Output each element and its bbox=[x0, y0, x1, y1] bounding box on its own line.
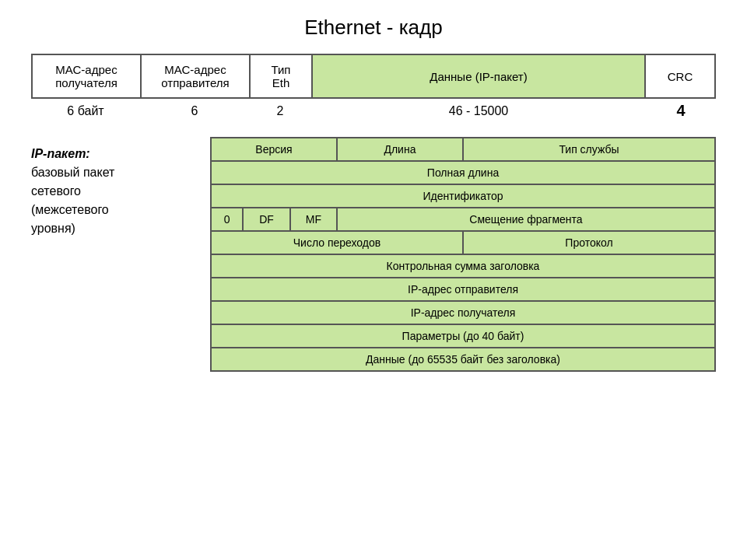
eth-cell-mac-src: МАС-адресотправителя bbox=[141, 54, 250, 98]
ip-cell-checksum: Контрольная сумма заголовка bbox=[211, 254, 715, 278]
byte-label-crc: 4 bbox=[646, 102, 716, 120]
byte-label-data: 46 - 15000 bbox=[311, 104, 646, 118]
byte-label-mac-src: 6 bbox=[140, 104, 249, 118]
ip-row-7: IP-адрес отправителя bbox=[211, 278, 715, 301]
ip-description-text: IP-пакет: базовый пакет сетевого (межсет… bbox=[31, 145, 195, 238]
ip-cell-fragment-offset: Смещение фрагмента bbox=[337, 208, 715, 231]
ip-cell-mf: MF bbox=[290, 208, 337, 231]
ip-row-9: Параметры (до 40 байт) bbox=[211, 324, 715, 348]
ip-cell-service-type: Тип службы bbox=[463, 138, 715, 161]
eth-cell-data: Данные (IP-пакет) bbox=[312, 54, 645, 98]
ethernet-frame-table: МАС-адресполучателя МАС-адресотправителя… bbox=[31, 54, 716, 99]
eth-cell-type: ТипEth bbox=[250, 54, 312, 98]
ip-row-8: IP-адрес получателя bbox=[211, 301, 715, 324]
ip-row-3: Идентификатор bbox=[211, 184, 715, 208]
ip-cell-dst-ip: IP-адрес получателя bbox=[211, 301, 715, 324]
ip-cell-src-ip: IP-адрес отправителя bbox=[211, 278, 715, 301]
byte-label-type: 2 bbox=[249, 104, 311, 118]
ip-cell-version: Версия bbox=[211, 138, 337, 161]
eth-cell-mac-dest: МАС-адресполучателя bbox=[32, 54, 141, 98]
ip-description: IP-пакет: базовый пакет сетевого (межсет… bbox=[31, 137, 195, 372]
ip-cell-total-length: Полная длина bbox=[211, 161, 715, 184]
bottom-section: IP-пакет: базовый пакет сетевого (межсет… bbox=[31, 137, 716, 372]
ip-cell-data: Данные (до 65535 байт без заголовка) bbox=[211, 348, 715, 371]
ip-row-2: Полная длина bbox=[211, 161, 715, 184]
ip-cell-length: Длина bbox=[337, 138, 463, 161]
ip-packet-table: Версия Длина Тип службы Полная длина Иде… bbox=[210, 137, 716, 372]
ip-row-10: Данные (до 65535 байт без заголовка) bbox=[211, 348, 715, 371]
ip-description-bold: IP-пакет: bbox=[31, 147, 90, 160]
page-title: Ethernet - кадр bbox=[31, 16, 716, 40]
ip-cell-options: Параметры (до 40 байт) bbox=[211, 324, 715, 348]
page-container: Ethernet - кадр МАС-адресполучателя МАС-… bbox=[0, 0, 747, 560]
eth-cell-crc: CRC bbox=[645, 54, 715, 98]
ip-row-4: 0 DF MF Смещение фрагмента bbox=[211, 208, 715, 231]
ip-cell-df: DF bbox=[243, 208, 289, 231]
ip-cell-identifier: Идентификатор bbox=[211, 184, 715, 208]
ip-cell-protocol: Протокол bbox=[463, 231, 715, 254]
byte-label-mac-dest: 6 байт bbox=[31, 104, 140, 118]
ip-cell-hop-count: Число переходов bbox=[211, 231, 463, 254]
ip-row-1: Версия Длина Тип службы bbox=[211, 138, 715, 161]
ip-row-6: Контрольная сумма заголовка bbox=[211, 254, 715, 278]
ip-cell-zero: 0 bbox=[211, 208, 243, 231]
ip-row-5: Число переходов Протокол bbox=[211, 231, 715, 254]
